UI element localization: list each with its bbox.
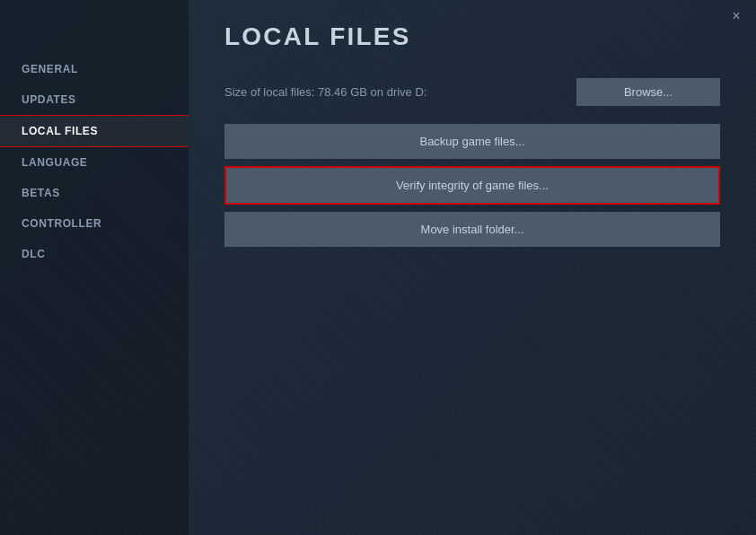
page-title: LOCAL FILES (224, 22, 720, 51)
action-buttons-section: Backup game files... Verify integrity of… (224, 124, 720, 247)
browse-button[interactable]: Browse... (576, 78, 720, 106)
local-files-size-text: Size of local files: 78.46 GB on drive D… (224, 85, 558, 99)
sidebar-item-dlc[interactable]: DLC (0, 239, 189, 269)
steam-properties-window: × GENERAL UPDATES LOCAL FILES LANGUAGE B… (0, 0, 756, 535)
sidebar-item-controller[interactable]: CONTROLLER (0, 208, 189, 239)
sidebar-item-local-files[interactable]: LOCAL FILES (0, 115, 189, 147)
close-button[interactable]: × (727, 7, 745, 25)
sidebar-item-general[interactable]: GENERAL (0, 54, 189, 84)
sidebar-item-betas[interactable]: BETAS (0, 178, 189, 208)
info-row: Size of local files: 78.46 GB on drive D… (224, 78, 720, 106)
verify-integrity-button[interactable]: Verify integrity of game files... (224, 166, 720, 205)
sidebar-item-updates[interactable]: UPDATES (0, 84, 189, 115)
backup-game-files-button[interactable]: Backup game files... (224, 124, 720, 159)
sidebar: GENERAL UPDATES LOCAL FILES LANGUAGE BET… (0, 0, 189, 535)
sidebar-item-language[interactable]: LANGUAGE (0, 147, 189, 178)
main-content: LOCAL FILES Size of local files: 78.46 G… (189, 0, 756, 535)
move-install-folder-button[interactable]: Move install folder... (224, 212, 720, 247)
